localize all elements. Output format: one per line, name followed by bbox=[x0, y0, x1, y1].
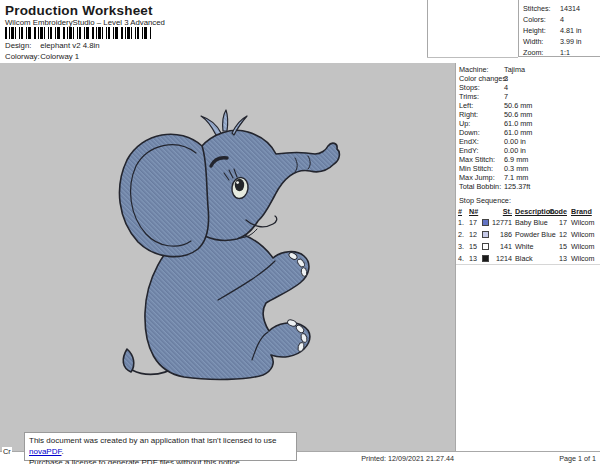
stop-sequence-title: Stop Sequence: bbox=[459, 196, 511, 205]
stat-height: Height:4.81 in bbox=[523, 26, 546, 35]
design-canvas bbox=[0, 63, 455, 451]
detail-row: Machine:Tajima bbox=[459, 65, 489, 74]
detail-value: 50.6 mm bbox=[504, 101, 532, 110]
detail-row: Left:50.6 mm bbox=[459, 101, 473, 110]
stat-label: Width: bbox=[523, 37, 543, 46]
row-code: 17 bbox=[547, 218, 567, 227]
detail-row: Min Stitch:0.3 mm bbox=[459, 164, 493, 173]
notice-line2: Purchase a license to generate PDF files… bbox=[29, 458, 242, 464]
row-description: Baby Blue bbox=[515, 218, 548, 227]
colorway-value: Colorway 1 bbox=[40, 52, 79, 61]
elephant-design-preview bbox=[100, 108, 350, 388]
detail-value: 61.0 mm bbox=[504, 119, 532, 128]
detail-value: Tajima bbox=[504, 65, 525, 74]
col-code: Code bbox=[547, 207, 567, 216]
machine-details-panel: Machine:Tajima Color changes:3 Stops:4 T… bbox=[455, 63, 600, 451]
notice-line1-suffix: . bbox=[61, 447, 63, 456]
row-stitches: 1214 bbox=[479, 254, 512, 263]
page-title: Production Worksheet bbox=[5, 3, 153, 18]
detail-label: EndY: bbox=[459, 146, 478, 155]
row-stitches: 141 bbox=[479, 242, 512, 251]
stat-value: 3.99 in bbox=[560, 37, 582, 46]
row-brand: Wilcom bbox=[571, 242, 595, 251]
printed-timestamp: Printed: 12/09/2021 21.27.44 bbox=[300, 454, 454, 463]
detail-label: Total Bobbin: bbox=[459, 182, 501, 191]
detail-label: Stops: bbox=[459, 83, 480, 92]
footer-left-fragment: Cr bbox=[2, 447, 12, 456]
header-rule bbox=[427, 57, 518, 58]
detail-row: Total Bobbin:125.37ft bbox=[459, 182, 501, 191]
row-description: Black bbox=[515, 254, 533, 263]
detail-label: Max Stitch: bbox=[459, 155, 495, 164]
stop-sequence-row: 2. 12 186 Powder Blue 12 Wilcom bbox=[456, 230, 600, 241]
detail-row: EndY:0.00 in bbox=[459, 146, 478, 155]
row-num: 3. bbox=[458, 242, 464, 251]
detail-row: Trims:7 bbox=[459, 92, 479, 101]
novapdf-notice: This document was created by an applicat… bbox=[24, 432, 297, 461]
row-needle: 12 bbox=[469, 230, 477, 239]
stat-value: 4.81 in bbox=[560, 26, 582, 35]
colorway-row: Colorway: Colorway 1 bbox=[5, 52, 79, 61]
detail-label: Trims: bbox=[459, 92, 479, 101]
row-num: 4. bbox=[458, 254, 464, 263]
design-label: Design: bbox=[5, 41, 38, 50]
col-brand: Brand bbox=[571, 207, 592, 216]
stop-sequence-header: # N# St. Description Code Brand bbox=[456, 207, 600, 217]
detail-label: Left: bbox=[459, 101, 473, 110]
detail-label: Up: bbox=[459, 119, 470, 128]
detail-row: Color changes:3 bbox=[459, 74, 508, 83]
design-barcode bbox=[5, 27, 151, 39]
row-num: 2. bbox=[458, 230, 464, 239]
row-description: White bbox=[515, 242, 533, 251]
novapdf-link[interactable]: novaPDF bbox=[29, 447, 61, 456]
detail-label: EndX: bbox=[459, 137, 479, 146]
detail-label: Down: bbox=[459, 128, 480, 137]
stat-label: Colors: bbox=[523, 15, 546, 24]
detail-value: 7 bbox=[504, 92, 508, 101]
stat-zoom: Zoom:1:1 bbox=[523, 48, 543, 57]
design-stats-box: Stitches:14314 Colors:4 Height:4.81 in W… bbox=[518, 0, 600, 57]
stat-value: 14314 bbox=[560, 4, 580, 13]
detail-value: 125.37ft bbox=[504, 182, 530, 191]
header: Production Worksheet Wilcom EmbroiderySt… bbox=[0, 0, 600, 63]
detail-label: Min Stitch: bbox=[459, 164, 493, 173]
row-num: 1. bbox=[458, 218, 464, 227]
stat-label: Height: bbox=[523, 26, 546, 35]
row-stitches: 12771 bbox=[479, 218, 512, 227]
row-brand: Wilcom bbox=[571, 230, 595, 239]
detail-label: Color changes: bbox=[459, 74, 508, 83]
detail-value: 61.0 mm bbox=[504, 128, 532, 137]
col-num: # bbox=[458, 207, 462, 216]
row-code: 12 bbox=[547, 230, 567, 239]
col-needle: N# bbox=[469, 207, 478, 216]
detail-value: 3 bbox=[504, 74, 508, 83]
row-needle: 15 bbox=[469, 242, 477, 251]
detail-label: Max Jump: bbox=[459, 173, 495, 182]
detail-row: Stops:4 bbox=[459, 83, 480, 92]
detail-row: EndX:0.00 in bbox=[459, 137, 479, 146]
detail-value: 50.6 mm bbox=[504, 110, 532, 119]
detail-value: 0.00 in bbox=[504, 146, 526, 155]
detail-value: 0.3 mm bbox=[504, 164, 528, 173]
detail-value: 4 bbox=[504, 83, 508, 92]
row-code: 15 bbox=[547, 242, 567, 251]
app-subtitle: Wilcom EmbroideryStudio – Level 3 Advanc… bbox=[5, 18, 165, 27]
detail-value: 7.1 mm bbox=[504, 173, 528, 182]
stat-value: 1:1 bbox=[560, 48, 570, 57]
row-needle: 13 bbox=[469, 254, 477, 263]
stat-colors: Colors:4 bbox=[523, 15, 546, 24]
detail-label: Machine: bbox=[459, 65, 489, 74]
notice-line1: This document was created by an applicat… bbox=[29, 436, 276, 445]
detail-row: Up:61.0 mm bbox=[459, 119, 470, 128]
table-separator bbox=[456, 264, 600, 265]
stat-stitches: Stitches:14314 bbox=[523, 4, 551, 13]
detail-value: 6.9 mm bbox=[504, 155, 528, 164]
page-number: Page 1 of 1 bbox=[559, 454, 596, 463]
col-stitches: St. bbox=[479, 207, 512, 216]
stat-width: Width:3.99 in bbox=[523, 37, 543, 46]
row-needle: 17 bbox=[469, 218, 477, 227]
stat-value: 4 bbox=[560, 15, 564, 24]
header-divider bbox=[427, 0, 428, 57]
production-worksheet-page: Production Worksheet Wilcom EmbroiderySt… bbox=[0, 0, 600, 464]
stat-label: Zoom: bbox=[523, 48, 543, 57]
